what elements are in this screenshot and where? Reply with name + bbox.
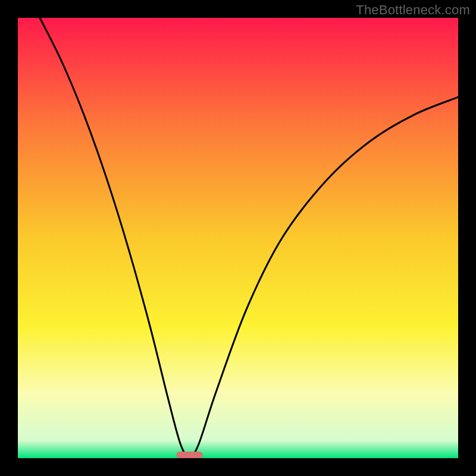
minimum-marker [176,452,202,458]
bottleneck-chart [0,0,476,476]
chart-frame: TheBottleneck.com [0,0,476,476]
watermark-text: TheBottleneck.com [356,2,470,18]
plot-area [18,18,458,458]
